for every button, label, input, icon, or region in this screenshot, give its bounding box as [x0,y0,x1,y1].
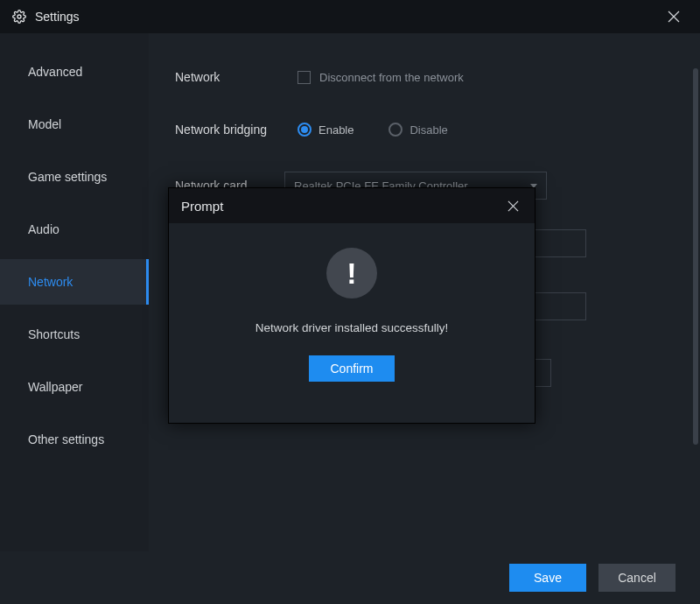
cancel-button[interactable]: Cancel [598,564,676,592]
sidebar-item-advanced[interactable]: Advanced [0,49,149,95]
bridging-radio-group: Enable Disable [298,123,483,137]
window-title: Settings [35,10,80,24]
sidebar-item-audio[interactable]: Audio [0,207,149,252]
sidebar-item-label: Game settings [28,170,107,184]
dialog-close-button[interactable] [498,188,528,223]
close-icon [668,11,680,23]
dialog-header: Prompt [169,188,535,223]
network-row: Network Disconnect from the network [175,51,674,103]
sidebar: Advanced Model Game settings Audio Netwo… [0,33,149,551]
scrollbar[interactable] [693,68,698,445]
bridging-disable-option[interactable]: Disable [388,123,447,137]
bridging-label: Network bridging [175,123,298,137]
dialog-body: ! Network driver installed successfully!… [169,223,535,382]
dialog-message: Network driver installed successfully! [256,321,449,334]
disconnect-checkbox[interactable] [298,71,311,84]
settings-window: Settings Advanced Model Game settings Au… [0,0,700,604]
sidebar-item-label: Audio [28,222,60,236]
radio-icon [388,123,402,137]
close-icon [508,200,519,212]
sidebar-item-label: Other settings [28,432,104,446]
radio-label: Disable [410,123,447,137]
sidebar-item-label: Advanced [28,65,82,79]
titlebar: Settings [0,0,700,33]
sidebar-item-label: Model [28,117,61,131]
button-label: Save [534,571,562,585]
button-label: Confirm [330,362,373,376]
sidebar-item-wallpaper[interactable]: Wallpaper [0,364,149,410]
radio-label: Enable [318,123,354,137]
sidebar-item-model[interactable]: Model [0,102,149,147]
button-label: Cancel [618,571,656,585]
sidebar-item-shortcuts[interactable]: Shortcuts [0,312,149,357]
network-label: Network [175,70,298,84]
close-button[interactable] [656,0,691,33]
sidebar-item-network[interactable]: Network [0,259,149,305]
bridging-row: Network bridging Enable Disable [175,103,674,156]
svg-point-0 [18,15,21,18]
save-button[interactable]: Save [509,564,586,592]
sidebar-item-label: Shortcuts [28,327,80,341]
sidebar-item-label: Wallpaper [28,380,83,394]
sidebar-item-label: Network [28,275,73,289]
sidebar-item-game-settings[interactable]: Game settings [0,154,149,200]
confirm-button[interactable]: Confirm [309,355,395,382]
gear-icon [12,10,26,24]
exclamation-icon: ! [326,248,377,298]
sidebar-item-other-settings[interactable]: Other settings [0,417,149,462]
prompt-dialog: Prompt ! Network driver installed succes… [168,187,536,424]
disconnect-checkbox-label: Disconnect from the network [319,71,464,84]
dialog-title: Prompt [181,199,223,214]
bridging-enable-option[interactable]: Enable [298,123,354,137]
footer: Save Cancel [0,551,700,604]
radio-icon [298,123,312,137]
